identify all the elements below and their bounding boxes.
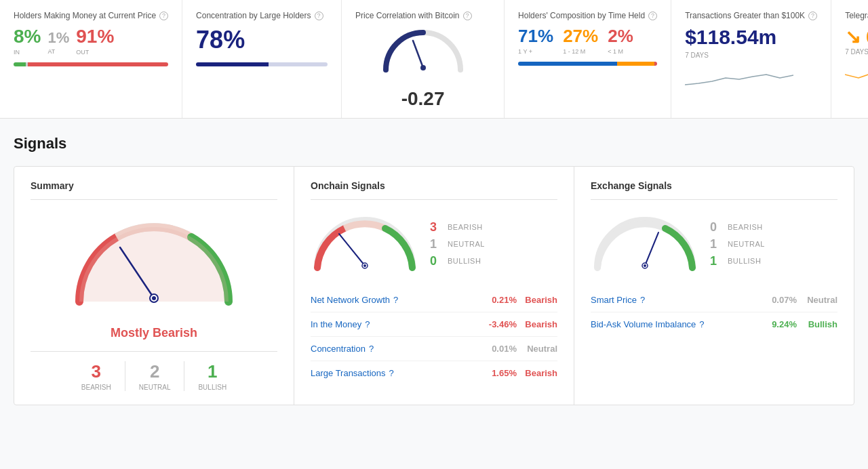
signal-name-bid-ask[interactable]: Bid-Ask Volume Imbalance ? bbox=[591, 319, 756, 329]
signal-sentiment-net-network-growth: Bearish bbox=[517, 295, 557, 305]
svg-point-10 bbox=[644, 264, 646, 267]
exchange-signal-row-0: Smart Price ? 0.07% Neutral bbox=[591, 288, 837, 312]
holders-composition-help-icon[interactable]: ? bbox=[648, 12, 657, 20]
telegra-sparkline bbox=[845, 61, 868, 85]
bullish-score: 1 BULLISH bbox=[184, 361, 240, 391]
in-the-money-help-icon[interactable]: ? bbox=[365, 319, 370, 329]
holders-at: 1% AT bbox=[47, 29, 69, 55]
telegra-card: Telegra ↘ 0. 7 DAYS bbox=[831, 0, 868, 118]
concentration-signal-help-icon[interactable]: ? bbox=[369, 344, 374, 354]
exchange-gauge bbox=[591, 213, 699, 274]
signal-row-2: Concentration ? 0.01% Neutral bbox=[311, 337, 557, 361]
onchain-bearish-row: 3 BEARISH bbox=[430, 220, 485, 234]
summary-divider bbox=[31, 199, 277, 200]
comp-1y: 71% 1 Y + bbox=[518, 26, 553, 55]
summary-panel: Summary bbox=[14, 167, 294, 405]
signal-value-smart-price: 0.07% bbox=[756, 295, 797, 305]
holders-composition-bar bbox=[518, 62, 657, 66]
transactions-title: Transactions Greater than $100K ? bbox=[685, 11, 817, 20]
exchange-bearish-row: 0 BEARISH bbox=[710, 220, 765, 234]
summary-label: Mostly Bearish bbox=[31, 326, 277, 340]
onchain-bullish-row: 0 BULLISH bbox=[430, 254, 485, 268]
bid-ask-help-icon[interactable]: ? bbox=[699, 319, 704, 329]
concentration-help-icon[interactable]: ? bbox=[315, 12, 323, 20]
signal-value-large-transactions: 1.65% bbox=[476, 368, 517, 378]
signal-value-in-the-money: -3.46% bbox=[476, 319, 517, 329]
svg-point-7 bbox=[363, 264, 366, 267]
price-correlation-help-icon[interactable]: ? bbox=[463, 12, 472, 20]
score-row: 3 BEARISH 2 NEUTRAL 1 BULLISH bbox=[31, 351, 277, 391]
summary-panel-title: Summary bbox=[31, 180, 277, 191]
onchain-signal-counts: 3 BEARISH 1 NEUTRAL 0 BULLISH bbox=[430, 220, 485, 268]
signal-name-concentration[interactable]: Concentration ? bbox=[311, 344, 476, 354]
signal-sentiment-concentration: Neutral bbox=[517, 344, 557, 354]
exchange-bullish-row: 1 BULLISH bbox=[710, 254, 765, 268]
large-transactions-help-icon[interactable]: ? bbox=[389, 368, 394, 378]
price-correlation-title: Price Correlation with Bitcoin ? bbox=[355, 11, 471, 20]
signal-row-0: Net Network Growth ? 0.21% Bearish bbox=[311, 288, 557, 312]
transactions-help-icon[interactable]: ? bbox=[808, 12, 817, 20]
exchange-signal-counts: 0 BEARISH 1 NEUTRAL 1 BULLISH bbox=[710, 220, 765, 268]
smart-price-help-icon[interactable]: ? bbox=[640, 295, 645, 305]
onchain-neutral-row: 1 NEUTRAL bbox=[430, 237, 485, 251]
onchain-signal-rows: Net Network Growth ? 0.21% Bearish In th… bbox=[311, 288, 557, 385]
signal-row-1: In the Money ? -3.46% Bearish bbox=[311, 312, 557, 337]
signal-name-large-transactions[interactable]: Large Transactions ? bbox=[311, 368, 476, 378]
svg-point-1 bbox=[420, 65, 426, 70]
holders-money-card: Holders Making Money at Current Price ? … bbox=[0, 0, 182, 118]
exchange-signal-rows: Smart Price ? 0.07% Neutral Bid-Ask Volu… bbox=[591, 288, 837, 336]
summary-gauge bbox=[31, 213, 277, 315]
holders-composition-card: Holders' Composition by Time Held ? 71% … bbox=[505, 0, 671, 118]
concentration-card: Concentration by Large Holders ? 78% bbox=[182, 0, 342, 118]
holders-money-title: Holders Making Money at Current Price ? bbox=[14, 11, 168, 20]
svg-line-5 bbox=[339, 234, 365, 266]
exchange-neutral-row: 1 NEUTRAL bbox=[710, 237, 765, 251]
telegra-value: ↘ 0. bbox=[845, 26, 868, 48]
signal-sentiment-smart-price: Neutral bbox=[797, 295, 837, 305]
signals-title: Signals bbox=[14, 135, 854, 152]
signals-section: Signals Summary bbox=[0, 119, 868, 419]
comp-12m: 27% 1 - 12 M bbox=[563, 26, 598, 55]
holders-money-help-icon[interactable]: ? bbox=[159, 12, 168, 20]
holders-pct-row: 8% IN 1% AT 91% OUT bbox=[14, 26, 168, 56]
holders-comp-row: 71% 1 Y + 27% 1 - 12 M 2% < 1 M bbox=[518, 26, 657, 55]
exchange-gauge-counts: 0 BEARISH 1 NEUTRAL 1 BULLISH bbox=[591, 213, 837, 274]
exchange-panel-title: Exchange Signals bbox=[591, 180, 837, 191]
signal-sentiment-in-the-money: Bearish bbox=[517, 319, 557, 329]
svg-line-8 bbox=[645, 232, 658, 266]
signal-name-in-the-money[interactable]: In the Money ? bbox=[311, 319, 476, 329]
bearish-score: 3 BEARISH bbox=[68, 361, 125, 391]
concentration-value: 78% bbox=[196, 26, 328, 54]
signal-sentiment-large-transactions: Bearish bbox=[517, 368, 557, 378]
signal-value-net-network-growth: 0.21% bbox=[476, 295, 517, 305]
holders-bar bbox=[14, 62, 168, 66]
price-correlation-value: -0.27 bbox=[401, 88, 445, 110]
signal-name-smart-price[interactable]: Smart Price ? bbox=[591, 295, 756, 305]
exchange-divider bbox=[591, 199, 837, 200]
concentration-title: Concentration by Large Holders ? bbox=[196, 11, 328, 20]
onchain-panel: Onchain Signals bbox=[294, 167, 574, 405]
transactions-label: 7 DAYS bbox=[685, 52, 817, 59]
signals-grid: Summary bbox=[14, 166, 854, 405]
onchain-divider bbox=[311, 199, 557, 200]
comp-1m: 2% < 1 M bbox=[608, 26, 633, 55]
top-cards-row: Holders Making Money at Current Price ? … bbox=[0, 0, 868, 119]
transactions-sparkline bbox=[685, 64, 817, 88]
svg-point-4 bbox=[152, 296, 156, 300]
signal-row-3: Large Transactions ? 1.65% Bearish bbox=[311, 361, 557, 385]
exchange-panel: Exchange Signals bbox=[574, 167, 854, 405]
holders-composition-title: Holders' Composition by Time Held ? bbox=[518, 11, 657, 20]
concentration-bar bbox=[196, 62, 328, 66]
signal-value-concentration: 0.01% bbox=[476, 344, 517, 354]
svg-line-0 bbox=[413, 41, 423, 68]
price-correlation-gauge bbox=[379, 26, 467, 75]
onchain-gauge-counts: 3 BEARISH 1 NEUTRAL 0 BULLISH bbox=[311, 213, 557, 274]
telegra-label: 7 DAYS bbox=[845, 48, 868, 56]
net-network-growth-help-icon[interactable]: ? bbox=[393, 295, 398, 305]
signal-sentiment-bid-ask: Bullish bbox=[797, 319, 837, 329]
signal-name-net-network-growth[interactable]: Net Network Growth ? bbox=[311, 295, 476, 305]
onchain-gauge bbox=[311, 213, 419, 274]
exchange-signal-row-1: Bid-Ask Volume Imbalance ? 9.24% Bullish bbox=[591, 312, 837, 336]
telegra-title: Telegra bbox=[845, 11, 868, 20]
neutral-score: 2 NEUTRAL bbox=[125, 361, 185, 391]
